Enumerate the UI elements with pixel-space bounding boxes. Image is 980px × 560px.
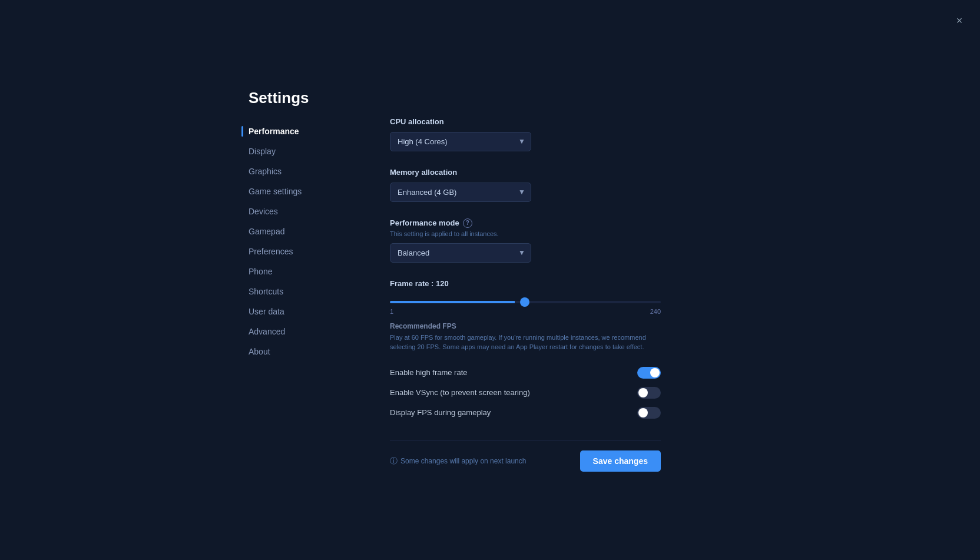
frame-rate-slider[interactable] (390, 301, 661, 303)
toggle-knob-vsync (638, 388, 648, 397)
toggle-label-high-frame-rate: Enable high frame rate (390, 368, 468, 377)
footer: ⓘ Some changes will apply on next launch… (390, 440, 661, 472)
frame-rate-slider-container: 1 240 (390, 295, 661, 315)
close-button[interactable]: × (951, 12, 968, 29)
sidebar-item-preferences[interactable]: Preferences (249, 241, 366, 261)
performance-mode-section: Performance mode ? This setting is appli… (390, 218, 731, 263)
main-content: CPU allocation High (4 Cores) ▼ Memory a… (366, 89, 731, 472)
save-changes-button[interactable]: Save changes (580, 450, 661, 472)
sidebar-item-gamepad[interactable]: Gamepad (249, 221, 366, 241)
info-icon: ⓘ (390, 456, 398, 466)
toggle-switch-vsync[interactable] (637, 387, 661, 399)
toggles-container: Enable high frame rateEnable VSync (to p… (390, 363, 731, 423)
slider-min: 1 (390, 308, 393, 315)
toggle-knob-high-frame-rate (650, 368, 660, 377)
performance-mode-help-icon[interactable]: ? (463, 218, 472, 228)
recommended-fps-text: Play at 60 FPS for smooth gameplay. If y… (390, 333, 661, 352)
toggle-label-vsync: Enable VSync (to prevent screen tearing) (390, 388, 530, 397)
performance-mode-hint: This setting is applied to all instances… (390, 230, 731, 237)
cpu-allocation-dropdown-wrapper: High (4 Cores) ▼ (390, 132, 531, 151)
sidebar-item-game-settings[interactable]: Game settings (249, 181, 366, 201)
toggle-row-high-frame-rate: Enable high frame rate (390, 363, 661, 383)
performance-mode-dropdown-wrapper: Balanced ▼ (390, 243, 531, 263)
toggle-switch-display-fps[interactable] (637, 407, 661, 419)
cpu-allocation-section: CPU allocation High (4 Cores) ▼ (390, 117, 731, 151)
sidebar-item-shortcuts[interactable]: Shortcuts (249, 281, 366, 301)
sidebar: Settings PerformanceDisplayGraphicsGame … (249, 89, 366, 472)
sidebar-item-display[interactable]: Display (249, 141, 366, 161)
toggle-switch-high-frame-rate[interactable] (637, 367, 661, 379)
toggle-row-vsync: Enable VSync (to prevent screen tearing) (390, 383, 661, 403)
performance-mode-label-row: Performance mode ? (390, 218, 731, 228)
toggle-knob-display-fps (638, 408, 648, 417)
sidebar-item-performance[interactable]: Performance (249, 121, 366, 141)
sidebar-nav: PerformanceDisplayGraphicsGame settingsD… (249, 121, 366, 362)
performance-mode-label-text: Performance mode (390, 218, 459, 227)
toggle-row-display-fps: Display FPS during gameplay (390, 403, 661, 423)
sidebar-item-devices[interactable]: Devices (249, 201, 366, 221)
cpu-allocation-select[interactable]: High (4 Cores) (390, 132, 531, 151)
close-icon: × (956, 15, 963, 27)
slider-range: 1 240 (390, 308, 661, 315)
performance-mode-select[interactable]: Balanced (390, 243, 531, 263)
sidebar-item-graphics[interactable]: Graphics (249, 161, 366, 181)
memory-allocation-section: Memory allocation Enhanced (4 GB) ▼ (390, 168, 731, 202)
memory-allocation-label: Memory allocation (390, 168, 731, 177)
sidebar-item-about[interactable]: About (249, 342, 366, 362)
cpu-allocation-label: CPU allocation (390, 117, 731, 126)
sidebar-item-user-data[interactable]: User data (249, 301, 366, 322)
settings-dialog: Settings PerformanceDisplayGraphicsGame … (249, 89, 731, 472)
frame-rate-label: Frame rate : 120 (390, 279, 731, 288)
sidebar-item-advanced[interactable]: Advanced (249, 322, 366, 342)
footer-note-text: Some changes will apply on next launch (400, 457, 526, 465)
slider-max: 240 (650, 308, 661, 315)
sidebar-item-phone[interactable]: Phone (249, 261, 366, 281)
frame-rate-section: Frame rate : 120 1 240 Recommended FPS P… (390, 279, 731, 423)
recommended-fps-title: Recommended FPS (390, 322, 731, 330)
memory-allocation-select[interactable]: Enhanced (4 GB) (390, 183, 531, 202)
toggle-label-display-fps: Display FPS during gameplay (390, 408, 491, 417)
footer-note: ⓘ Some changes will apply on next launch (390, 456, 526, 466)
page-title: Settings (249, 89, 366, 107)
memory-allocation-dropdown-wrapper: Enhanced (4 GB) ▼ (390, 183, 531, 202)
